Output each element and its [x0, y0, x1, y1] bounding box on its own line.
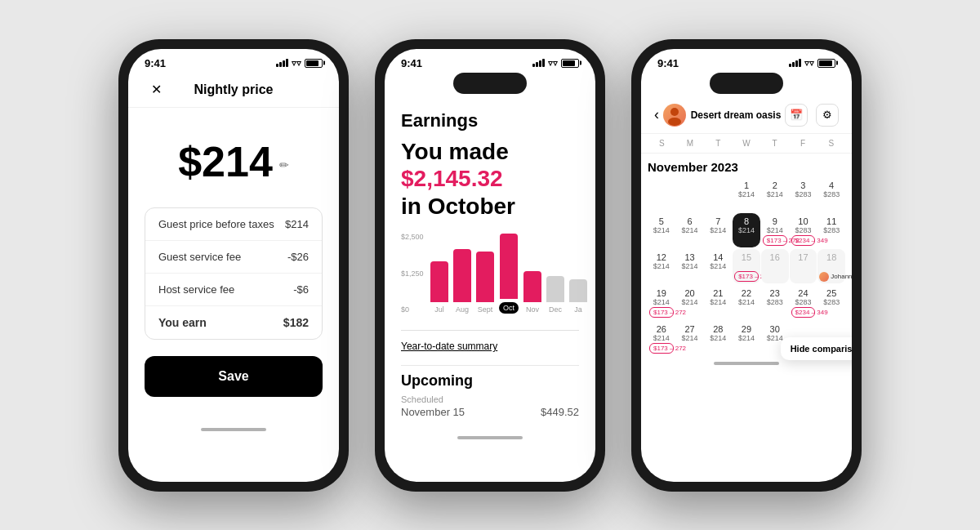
divider [401, 365, 579, 366]
price-breakdown: Guest price before taxes $214 Guest serv… [145, 207, 323, 340]
wifi-icon: ▿▿ [548, 58, 558, 69]
bar-oct: Oct [499, 234, 519, 314]
bar-label: Jul [434, 305, 444, 314]
calendar-day-25[interactable]: 25 $283 [817, 285, 845, 319]
back-button[interactable]: ‹ [654, 106, 659, 123]
calendar-day-8-selected[interactable]: 8 $214 [733, 213, 760, 247]
summary-link[interactable]: Year-to-date summary [401, 334, 579, 359]
calendar-day-11[interactable]: 11 $283 [817, 213, 845, 247]
battery-icon [561, 59, 579, 68]
earnings-amount: $2,145.32 [401, 166, 503, 191]
calendar-day-17[interactable]: 17 [790, 249, 817, 283]
johanna-indicator: Johanna [819, 272, 852, 282]
calendar-day-1[interactable]: 1 $214 [733, 177, 760, 212]
svg-point-1 [668, 118, 681, 126]
bar-nov: Nov [523, 271, 541, 314]
save-button[interactable]: Save [145, 356, 323, 397]
calendar-day-3[interactable]: 3 $283 [790, 177, 817, 212]
calendar-day-12[interactable]: 12 $214 [648, 249, 675, 283]
calendar-day-26[interactable]: 26 $214 $173 – 272 [648, 321, 675, 355]
edit-icon[interactable]: ✏ [279, 158, 289, 171]
settings-icon-button[interactable]: ⚙ [816, 104, 839, 127]
bar-jan: Ja [569, 279, 587, 314]
svg-point-0 [670, 108, 679, 116]
earn-row: You earn $182 [145, 305, 322, 339]
hide-comparisons-tooltip[interactable]: Hide comparisons [781, 337, 852, 360]
avatar [663, 104, 686, 127]
status-icons-2: ▿▿ [532, 58, 579, 69]
day-header-s: S [648, 137, 676, 149]
bar-dec: Dec [546, 276, 564, 314]
upcoming-amount: $449.52 [541, 406, 579, 418]
phones-container: 9:41 ▿▿ ✕ Nightly price [102, 23, 878, 508]
status-time-2: 9:41 [401, 57, 422, 69]
compare-tag: $173 – 272 [763, 235, 787, 246]
row-label: Guest service fee [158, 251, 241, 263]
status-bar-2: 9:41 ▿▿ [385, 49, 595, 73]
calendar-day-10[interactable]: 10 $283 $234 – 349 [790, 213, 817, 247]
dynamic-island [453, 73, 527, 94]
headline-amount: $2,145.32 [401, 165, 579, 193]
table-row: Guest price before taxes $214 [145, 208, 322, 240]
page-title: Nightly price [194, 82, 274, 97]
calendar-day-22[interactable]: 22 $214 [733, 285, 760, 319]
week-4: 19 $214 $173 – 272 20 $214 21 $214 22 [648, 285, 845, 319]
month-title: November 2023 [641, 154, 852, 177]
signal-icon [532, 59, 545, 67]
bar-label-active: Oct [499, 302, 519, 314]
bar-label: Nov [526, 305, 539, 314]
upcoming-title: Upcoming [401, 372, 579, 390]
calendar-day-9[interactable]: 9 $214 $173 – 272 [761, 213, 789, 247]
calendar-day-7[interactable]: 7 $214 [704, 213, 732, 247]
bar [569, 279, 587, 302]
bar [546, 276, 564, 302]
header-actions: 📅 ⚙ [785, 104, 839, 127]
calendar-day-24[interactable]: 24 $283 $234 – 349 [790, 285, 817, 319]
calendar-day-13[interactable]: 13 $214 [676, 249, 704, 283]
johanna-avatar [819, 272, 829, 282]
bar-label: Sept [478, 305, 493, 314]
calendar-day-23[interactable]: 23 $283 [761, 285, 789, 319]
property-info: Desert dream oasis [663, 104, 782, 127]
phone-3: 9:41 ▿▿ ‹ [631, 39, 862, 492]
bar [500, 234, 518, 299]
calendar-icon-button[interactable]: 📅 [785, 104, 808, 127]
calendar-day-16[interactable]: 16 [761, 249, 789, 283]
calendar-day-2[interactable]: 2 $214 [761, 177, 789, 212]
scheduled-label: Scheduled [401, 394, 579, 404]
hide-comparisons-label: Hide comparisons [791, 344, 852, 354]
day-header-m: M [676, 137, 705, 149]
day-header-f: F [789, 137, 817, 149]
bar [430, 261, 448, 302]
close-button[interactable]: ✕ [145, 78, 167, 101]
upcoming-date: November 15 [401, 406, 465, 418]
y-label-top: $2,500 [401, 233, 424, 241]
compare-tag: $234 – 349 [791, 307, 816, 318]
wifi-icon: ▿▿ [804, 58, 814, 69]
calendar-day-28[interactable]: 28 $214 [704, 321, 732, 355]
bar-label: Aug [456, 305, 469, 314]
row-label: Host service fee [158, 283, 234, 296]
signal-icon [276, 59, 288, 67]
calendar-day-29[interactable]: 29 $214 [733, 321, 760, 355]
week-2: 5 $214 6 $214 7 $214 8 $214 [648, 213, 845, 247]
calendar-day-27[interactable]: 27 $214 [676, 321, 704, 355]
battery-icon [817, 59, 835, 68]
calendar-day-20[interactable]: 20 $214 [676, 285, 704, 319]
calendar-day-4[interactable]: 4 $283 [817, 177, 845, 212]
calendar-day-21[interactable]: 21 $214 [704, 285, 732, 319]
status-icons-1: ▿▿ [276, 58, 323, 69]
calendar-day-5[interactable]: 5 $214 [648, 213, 675, 247]
day-headers: S M T W T F S [641, 134, 852, 154]
day-header-s2: S [817, 137, 845, 149]
y-label-bot: $0 [401, 305, 424, 314]
day-empty [648, 177, 675, 212]
calendar-day-15[interactable]: 15 $173 – 272 [733, 249, 760, 283]
calendar-day-6[interactable]: 6 $214 [676, 213, 704, 247]
home-indicator [385, 431, 595, 443]
calendar-day-18[interactable]: 18 Johanna [817, 249, 845, 283]
calendar-day-19[interactable]: 19 $214 $173 – 272 [648, 285, 675, 319]
week-1: 1 $214 2 $214 3 $283 4 $283 [648, 177, 845, 212]
bar [523, 271, 541, 302]
calendar-day-14[interactable]: 14 $214 [704, 249, 732, 283]
